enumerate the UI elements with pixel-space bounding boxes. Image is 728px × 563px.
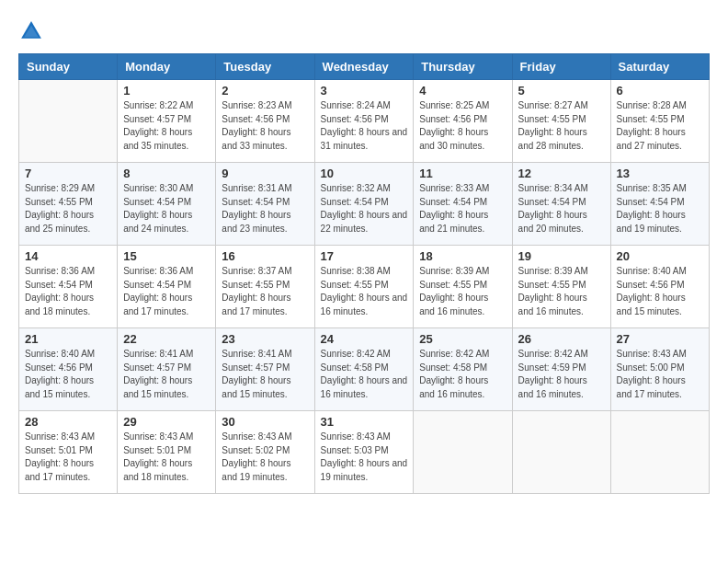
day-info: Sunrise: 8:42 AMSunset: 4:59 PMDaylight:… [518,349,588,399]
day-cell: 28 Sunrise: 8:43 AMSunset: 5:01 PMDaylig… [19,411,118,494]
day-cell: 25 Sunrise: 8:42 AMSunset: 4:58 PMDaylig… [414,328,512,411]
day-cell [414,411,512,494]
day-cell: 1 Sunrise: 8:22 AMSunset: 4:57 PMDayligh… [118,80,216,163]
day-cell: 18 Sunrise: 8:39 AMSunset: 4:55 PMDaylig… [414,246,512,328]
day-info: Sunrise: 8:42 AMSunset: 4:58 PMDaylight:… [321,349,408,399]
day-info: Sunrise: 8:37 AMSunset: 4:55 PMDaylight:… [222,266,291,316]
day-number: 3 [321,84,408,98]
day-cell: 5 Sunrise: 8:27 AMSunset: 4:55 PMDayligh… [512,80,610,163]
day-cell: 24 Sunrise: 8:42 AMSunset: 4:58 PMDaylig… [314,328,414,411]
day-cell [512,411,610,494]
day-number: 11 [419,167,506,180]
header-day-monday: Monday [118,54,216,80]
day-number: 7 [25,167,111,180]
day-number: 9 [222,167,308,180]
day-info: Sunrise: 8:34 AMSunset: 4:54 PMDaylight:… [518,183,588,234]
day-info: Sunrise: 8:28 AMSunset: 4:55 PMDaylight:… [617,100,687,151]
day-cell: 21 Sunrise: 8:40 AMSunset: 4:56 PMDaylig… [19,328,118,411]
day-number: 20 [617,249,703,263]
day-cell: 13 Sunrise: 8:35 AMSunset: 4:54 PMDaylig… [610,163,709,246]
day-info: Sunrise: 8:40 AMSunset: 4:56 PMDaylight:… [25,349,95,399]
day-cell: 27 Sunrise: 8:43 AMSunset: 5:00 PMDaylig… [610,328,709,411]
day-info: Sunrise: 8:43 AMSunset: 5:01 PMDaylight:… [123,431,193,482]
header-day-saturday: Saturday [610,54,709,80]
day-number: 14 [25,249,111,263]
day-info: Sunrise: 8:31 AMSunset: 4:54 PMDaylight:… [222,183,291,234]
week-row-5: 28 Sunrise: 8:43 AMSunset: 5:01 PMDaylig… [19,411,710,494]
day-cell: 2 Sunrise: 8:23 AMSunset: 4:56 PMDayligh… [216,80,314,163]
day-number: 4 [419,84,506,98]
day-number: 10 [321,167,408,180]
day-info: Sunrise: 8:41 AMSunset: 4:57 PMDaylight:… [222,349,291,399]
day-cell: 30 Sunrise: 8:43 AMSunset: 5:02 PMDaylig… [216,411,314,494]
day-cell: 26 Sunrise: 8:42 AMSunset: 4:59 PMDaylig… [512,328,610,411]
day-info: Sunrise: 8:43 AMSunset: 5:02 PMDaylight:… [222,431,291,482]
week-row-1: 1 Sunrise: 8:22 AMSunset: 4:57 PMDayligh… [19,80,710,163]
day-number: 2 [222,84,308,98]
day-info: Sunrise: 8:39 AMSunset: 4:55 PMDaylight:… [419,266,489,316]
day-number: 12 [518,167,605,180]
day-number: 30 [222,415,308,429]
day-info: Sunrise: 8:24 AMSunset: 4:56 PMDaylight:… [321,100,408,151]
day-number: 24 [321,332,408,346]
day-number: 29 [123,415,210,429]
day-cell: 19 Sunrise: 8:39 AMSunset: 4:55 PMDaylig… [512,246,610,328]
day-number: 8 [123,167,210,180]
day-cell [610,411,709,494]
header [18,18,710,44]
day-number: 5 [518,84,605,98]
day-info: Sunrise: 8:30 AMSunset: 4:54 PMDaylight:… [123,183,193,234]
day-cell: 22 Sunrise: 8:41 AMSunset: 4:57 PMDaylig… [118,328,216,411]
header-day-friday: Friday [512,54,610,80]
day-number: 13 [617,167,703,180]
day-cell: 16 Sunrise: 8:37 AMSunset: 4:55 PMDaylig… [216,246,314,328]
day-info: Sunrise: 8:25 AMSunset: 4:56 PMDaylight:… [419,100,489,151]
day-cell: 7 Sunrise: 8:29 AMSunset: 4:55 PMDayligh… [19,163,118,246]
day-cell: 12 Sunrise: 8:34 AMSunset: 4:54 PMDaylig… [512,163,610,246]
header-day-sunday: Sunday [19,54,118,80]
day-info: Sunrise: 8:23 AMSunset: 4:56 PMDaylight:… [222,100,291,151]
day-cell: 14 Sunrise: 8:36 AMSunset: 4:54 PMDaylig… [19,246,118,328]
day-info: Sunrise: 8:42 AMSunset: 4:58 PMDaylight:… [419,349,489,399]
day-info: Sunrise: 8:43 AMSunset: 5:03 PMDaylight:… [321,431,408,482]
day-number: 19 [518,249,605,263]
day-cell: 9 Sunrise: 8:31 AMSunset: 4:54 PMDayligh… [216,163,314,246]
day-number: 22 [123,332,210,346]
day-info: Sunrise: 8:32 AMSunset: 4:54 PMDaylight:… [321,183,408,234]
day-number: 28 [25,415,111,429]
day-info: Sunrise: 8:43 AMSunset: 5:00 PMDaylight:… [617,349,687,399]
day-cell: 11 Sunrise: 8:33 AMSunset: 4:54 PMDaylig… [414,163,512,246]
day-cell: 17 Sunrise: 8:38 AMSunset: 4:55 PMDaylig… [314,246,414,328]
day-info: Sunrise: 8:22 AMSunset: 4:57 PMDaylight:… [123,100,193,151]
day-number: 6 [617,84,703,98]
day-cell: 3 Sunrise: 8:24 AMSunset: 4:56 PMDayligh… [314,80,414,163]
day-cell: 4 Sunrise: 8:25 AMSunset: 4:56 PMDayligh… [414,80,512,163]
day-info: Sunrise: 8:38 AMSunset: 4:55 PMDaylight:… [321,266,408,316]
week-row-3: 14 Sunrise: 8:36 AMSunset: 4:54 PMDaylig… [19,246,710,328]
day-cell [19,80,118,163]
day-info: Sunrise: 8:43 AMSunset: 5:01 PMDaylight:… [25,431,95,482]
header-day-thursday: Thursday [414,54,512,80]
day-number: 16 [222,249,308,263]
day-info: Sunrise: 8:36 AMSunset: 4:54 PMDaylight:… [123,266,193,316]
day-cell: 15 Sunrise: 8:36 AMSunset: 4:54 PMDaylig… [118,246,216,328]
day-cell: 6 Sunrise: 8:28 AMSunset: 4:55 PMDayligh… [610,80,709,163]
day-info: Sunrise: 8:36 AMSunset: 4:54 PMDaylight:… [25,266,95,316]
day-number: 26 [518,332,605,346]
day-cell: 23 Sunrise: 8:41 AMSunset: 4:57 PMDaylig… [216,328,314,411]
day-cell: 10 Sunrise: 8:32 AMSunset: 4:54 PMDaylig… [314,163,414,246]
day-info: Sunrise: 8:35 AMSunset: 4:54 PMDaylight:… [617,183,687,234]
calendar-table: SundayMondayTuesdayWednesdayThursdayFrid… [18,53,710,494]
day-info: Sunrise: 8:29 AMSunset: 4:55 PMDaylight:… [25,183,95,234]
logo-icon [18,18,44,44]
day-number: 18 [419,249,506,263]
day-info: Sunrise: 8:41 AMSunset: 4:57 PMDaylight:… [123,349,193,399]
day-cell: 20 Sunrise: 8:40 AMSunset: 4:56 PMDaylig… [610,246,709,328]
day-number: 15 [123,249,210,263]
logo [18,18,48,44]
day-number: 21 [25,332,111,346]
day-info: Sunrise: 8:39 AMSunset: 4:55 PMDaylight:… [518,266,588,316]
header-day-wednesday: Wednesday [314,54,414,80]
day-number: 27 [617,332,703,346]
day-number: 1 [123,84,210,98]
